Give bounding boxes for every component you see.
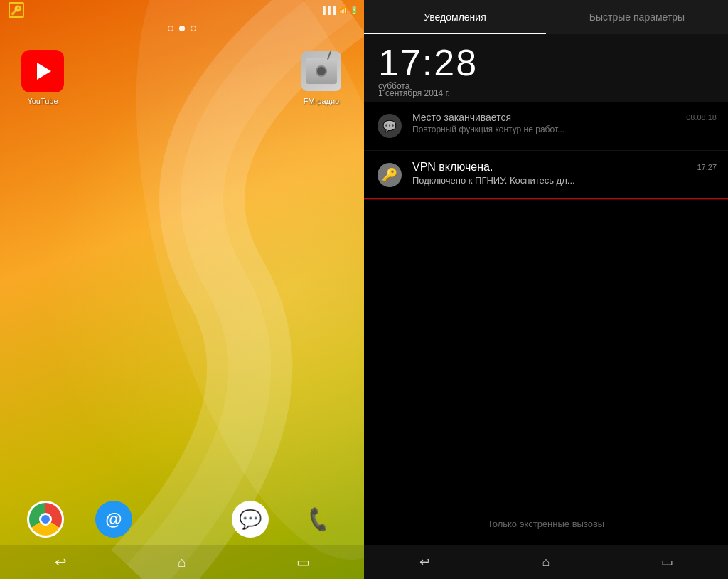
notif-icon-area-vpn: 🔑	[375, 161, 404, 189]
home-icon-left: ⌂	[178, 554, 186, 570]
fm-body	[306, 58, 337, 84]
notif-content-1: Место заканчивается 08.08.18 Повторный ф…	[412, 112, 717, 134]
phone-dock-icon[interactable]: 📞	[300, 501, 337, 538]
notification-panel: Уведомления Быстрые параметры 17:28 субб…	[364, 0, 728, 579]
notif-title-1: Место заканчивается	[412, 112, 511, 123]
signal-icon: ▐▐▐	[321, 6, 336, 14]
notif-text-1: Повторный функция контур не работ...	[412, 124, 717, 134]
home-screen: 🔑 ▐▐▐ 📶 🔋 YouTube	[0, 0, 364, 579]
notification-item-vpn[interactable]: 🔑 VPN включена. 17:27 Подключено к ПГНИУ…	[364, 151, 728, 200]
youtube-label: YouTube	[27, 97, 58, 105]
notif-title-vpn: VPN включена.	[412, 161, 493, 174]
email-icon-box: @	[95, 501, 132, 538]
youtube-icon-img	[21, 50, 64, 92]
page-dot-2	[179, 26, 185, 31]
messaging-symbol: 💬	[239, 509, 262, 531]
notif-content-vpn: VPN включена. 17:27 Подключено к ПГНИУ. …	[412, 161, 717, 186]
notif-icon-circle-1: 💬	[378, 114, 402, 138]
home-button-right[interactable]: ⌂	[532, 548, 560, 576]
fm-antenna	[327, 51, 331, 60]
apps-grid-dock-icon[interactable]	[164, 501, 200, 538]
wifi-icon: 📶	[338, 6, 347, 14]
message-icon: 💬	[382, 119, 397, 133]
status-bar-right: ▐▐▐ 📶 🔋	[321, 6, 358, 14]
page-indicator	[168, 26, 196, 31]
notif-time-vpn: 17:27	[697, 163, 717, 171]
back-icon-left: ↩	[55, 553, 67, 570]
page-dot-3	[191, 26, 196, 31]
nav-bar-right: ↩ ⌂ ▭	[364, 545, 728, 579]
chrome-ring	[29, 503, 62, 536]
emergency-calls-text: Только экстренные вызовы	[364, 504, 728, 543]
notif-icon-area-1: 💬	[375, 112, 404, 140]
home-button-left[interactable]: ⌂	[168, 548, 196, 576]
notification-item-1[interactable]: 💬 Место заканчивается 08.08.18 Повторный…	[364, 102, 728, 151]
messaging-icon-box: 💬	[232, 501, 269, 538]
recents-button-right[interactable]: ▭	[653, 548, 682, 576]
tab-quick-settings[interactable]: Быстрые параметры	[546, 0, 728, 34]
notification-tabs: Уведомления Быстрые параметры	[364, 0, 728, 34]
back-icon-right: ↩	[419, 554, 430, 570]
email-symbol: @	[105, 509, 122, 529]
back-button-right[interactable]: ↩	[410, 548, 439, 576]
fm-radio-icon-img	[300, 50, 343, 92]
email-dock-icon[interactable]: @	[95, 501, 132, 538]
fm-speaker	[316, 65, 327, 77]
vpn-red-separator	[364, 198, 728, 199]
fm-icon-inner	[301, 51, 341, 91]
phone-symbol: 📞	[304, 505, 333, 533]
back-button-left[interactable]: ↩	[46, 548, 75, 576]
key-icon: 🔑	[11, 5, 22, 16]
status-bar: 🔑 ▐▐▐ 📶 🔋	[0, 0, 364, 20]
recents-icon-left: ▭	[296, 553, 310, 570]
battery-icon: 🔋	[350, 6, 358, 14]
chrome-dock-icon[interactable]	[27, 501, 64, 538]
notif-icon-circle-vpn: 🔑	[378, 163, 402, 187]
fm-radio-label: FM-радио	[304, 97, 339, 105]
chrome-center	[39, 513, 52, 526]
tab-notifications[interactable]: Уведомления	[364, 0, 546, 34]
fm-radio-app-icon[interactable]: FM-радио	[293, 50, 350, 105]
youtube-app-icon[interactable]: YouTube	[14, 50, 71, 105]
page-dot-1	[168, 26, 173, 31]
notif-time-1: 08.08.18	[686, 113, 717, 122]
messaging-dock-icon[interactable]: 💬	[232, 501, 269, 538]
nav-bar-left: ↩ ⌂ ▭	[0, 545, 364, 579]
clock-date-line2: 1 сентября 2014 г.	[378, 88, 714, 98]
home-icon-right: ⌂	[542, 555, 550, 570]
recents-button-left[interactable]: ▭	[289, 548, 318, 576]
clock-time: 17:28	[378, 41, 714, 84]
bottom-dock: @ 💬 📞	[0, 495, 364, 543]
vpn-key-indicator: 🔑	[9, 2, 24, 18]
app-icons-area: YouTube FM-радио	[0, 43, 364, 112]
recents-icon-right: ▭	[661, 554, 673, 570]
notif-text-vpn: Подключено к ПГНИУ. Коснитесь дл...	[412, 175, 717, 186]
time-display: 17:28 суббота 1 сентября 2014 г.	[364, 34, 728, 102]
vpn-notification-key-icon: 🔑	[382, 167, 397, 183]
